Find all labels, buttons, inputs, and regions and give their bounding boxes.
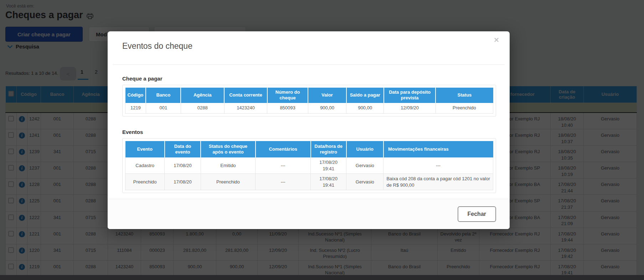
cell-data-evento: 17/08/20 — [165, 174, 201, 190]
modal-header-divider — [113, 64, 505, 65]
cell-saldo: 900,00 — [346, 103, 384, 114]
header-data-do-evento: Data do evento — [165, 141, 201, 157]
eventos-table-box: Evento Data do evento Status do cheque a… — [122, 138, 496, 193]
cell-status: Emitido — [201, 157, 256, 174]
cell-data-deposito: 12/09/20 — [384, 103, 436, 114]
eventos-table-header-row: Evento Data do evento Status do cheque a… — [125, 141, 493, 157]
cell-agencia: 0288 — [181, 103, 224, 114]
table-row: Cadastro17/08/20Emitido---17/08/20 19:41… — [125, 157, 493, 174]
cheque-table-header-row: Código Banco Agência Conta corrente Núme… — [125, 88, 493, 103]
cell-status: Preenchido — [201, 174, 256, 190]
header-usuario: Usuário — [346, 141, 383, 157]
modal-footer: Fechar — [108, 199, 510, 229]
cell-registro: 17/08/20 19:41 — [311, 174, 346, 190]
cell-conta: 1423240 — [224, 103, 267, 114]
header-movimentacoes: Movimentações financeiras — [383, 141, 493, 157]
header-valor: Valor — [308, 88, 346, 103]
cell-comentarios: --- — [256, 174, 311, 190]
header-data-deposito: Data para depósito prevista — [384, 88, 436, 103]
cheque-table-box: Código Banco Agência Conta corrente Núme… — [122, 85, 496, 116]
cell-evento: Cadastro — [125, 157, 165, 174]
header-status: Status — [436, 88, 493, 103]
cell-data-evento: 17/08/20 — [165, 157, 201, 174]
header-conta-corrente: Conta corrente — [224, 88, 267, 103]
cell-valor: 900,00 — [308, 103, 346, 114]
header-agencia: Agência — [181, 88, 224, 103]
cell-comentarios: --- — [256, 157, 311, 174]
header-banco: Banco — [146, 88, 181, 103]
cell-status: Preenchido — [436, 103, 493, 114]
table-row: 121900102881423240850093900,00900,0012/0… — [125, 103, 493, 114]
cheque-detail-table: Código Banco Agência Conta corrente Núme… — [125, 88, 493, 114]
header-evento: Evento — [125, 141, 165, 157]
cell-usuario: Gervasio — [346, 157, 383, 174]
header-numero-cheque: Número do cheque — [267, 88, 308, 103]
eventos-section-heading: Eventos — [122, 129, 143, 135]
cell-movimentacoes: Baixa cód 208 da conta a pagar cód 1201 … — [383, 174, 493, 190]
table-row: Preenchido17/08/20Preenchido---17/08/20 … — [125, 174, 493, 190]
cell-usuario: Gervasio — [346, 174, 383, 190]
cell-banco: 001 — [146, 103, 181, 114]
header-data-hora-registro: Data/hora de registro — [311, 141, 346, 157]
header-status-apos-evento: Status do cheque após o evento — [201, 141, 256, 157]
cell-codigo: 1219 — [125, 103, 146, 114]
header-saldo-a-pagar: Saldo a pagar — [346, 88, 384, 103]
cheque-section-heading: Cheque a pagar — [122, 76, 163, 82]
header-comentarios: Comentários — [256, 141, 311, 157]
cell-evento: Preenchido — [125, 174, 165, 190]
modal-title: Eventos do cheque — [122, 41, 192, 51]
header-codigo: Código — [125, 88, 146, 103]
cell-movimentacoes: --- — [383, 157, 493, 174]
fechar-button[interactable]: Fechar — [458, 206, 496, 222]
close-icon[interactable]: × — [494, 36, 499, 44]
eventos-table: Evento Data do evento Status do cheque a… — [125, 141, 493, 190]
eventos-do-cheque-modal: Eventos do cheque × Cheque a pagar Códig… — [108, 31, 510, 229]
cell-numero: 850093 — [267, 103, 308, 114]
cell-registro: 17/08/20 19:41 — [311, 157, 346, 174]
